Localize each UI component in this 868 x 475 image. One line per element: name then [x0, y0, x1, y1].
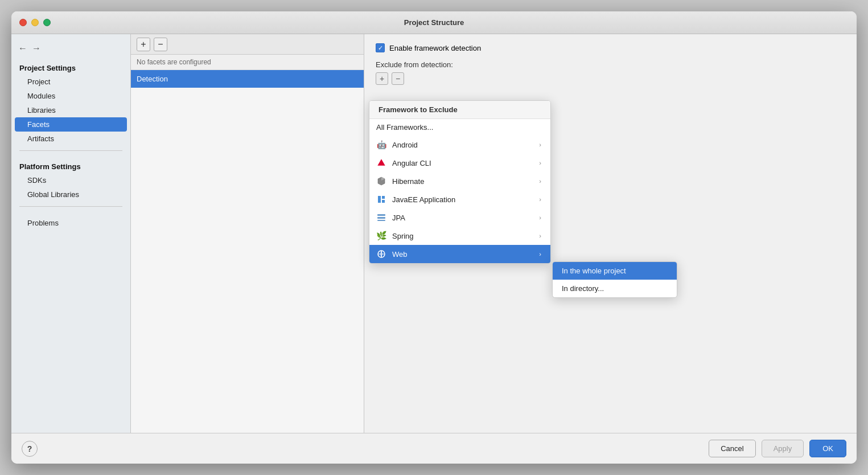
hibernate-icon: [376, 176, 386, 186]
bottom-bar: ? Cancel Apply OK: [11, 433, 857, 464]
back-button[interactable]: ←: [18, 43, 27, 54]
sidebar-item-libraries[interactable]: Libraries: [11, 103, 130, 117]
center-toolbar: + −: [131, 34, 364, 55]
spring-label: Spring: [392, 232, 414, 240]
sidebar-item-sdks[interactable]: SDKs: [11, 173, 130, 187]
window-title: Project Structure: [404, 18, 464, 27]
center-panel: + − No facets are configured Detection: [131, 34, 364, 433]
sidebar-item-project[interactable]: Project: [11, 75, 130, 89]
remove-facet-button[interactable]: −: [154, 38, 167, 51]
javaee-label: JavaEE Application: [392, 195, 455, 204]
dropdown-item-javaee[interactable]: JavaEE Application ›: [369, 190, 550, 208]
dropdown-item-android[interactable]: 🤖 Android ›: [369, 136, 550, 154]
no-facets-label: No facets are configured: [131, 55, 364, 70]
hibernate-chevron-icon: ›: [539, 178, 541, 185]
minimize-button[interactable]: [31, 19, 39, 26]
dropdown-header: Framework to Exclude: [369, 101, 550, 119]
sidebar-item-global-libraries[interactable]: Global Libraries: [11, 187, 130, 202]
traffic-lights: [19, 19, 51, 26]
sidebar-item-facets[interactable]: Facets: [15, 117, 127, 132]
sidebar-divider: [19, 150, 122, 151]
web-sub-dropdown: In the whole project In directory...: [552, 261, 677, 298]
svg-marker-0: [377, 159, 385, 165]
sidebar-item-artifacts[interactable]: Artifacts: [11, 132, 130, 146]
spring-chevron-icon: ›: [539, 232, 541, 239]
android-icon: 🤖: [376, 140, 386, 150]
add-facet-button[interactable]: +: [137, 38, 150, 51]
dropdown-item-hibernate[interactable]: Hibernate ›: [369, 172, 550, 190]
jpa-icon: [376, 212, 386, 223]
sidebar-item-problems[interactable]: Problems: [11, 216, 130, 230]
svg-rect-4: [382, 196, 385, 199]
sidebar-item-modules[interactable]: Modules: [11, 89, 130, 103]
main-window: Project Structure ← → Project Settings P…: [11, 11, 857, 464]
close-button[interactable]: [19, 19, 27, 26]
dropdown-item-all-frameworks[interactable]: All Frameworks...: [369, 119, 550, 136]
cancel-button[interactable]: Cancel: [709, 440, 755, 457]
all-frameworks-label: All Frameworks...: [376, 123, 433, 132]
hibernate-label: Hibernate: [392, 177, 424, 186]
exclude-label: Exclude from detection:: [376, 60, 845, 69]
project-settings-heading: Project Settings: [11, 60, 130, 75]
dropdown-item-spring[interactable]: 🌿 Spring ›: [369, 227, 550, 245]
dropdown-item-jpa[interactable]: JPA ›: [369, 208, 550, 227]
android-label: Android: [392, 141, 418, 149]
enable-detection-checkbox[interactable]: ✓: [376, 43, 385, 52]
forward-button[interactable]: →: [32, 43, 41, 54]
title-bar: Project Structure: [11, 11, 857, 34]
dropdown-item-angular[interactable]: Angular CLI ›: [369, 154, 550, 172]
main-content: ← → Project Settings Project Modules Lib…: [11, 34, 857, 433]
whole-project-item[interactable]: In the whole project: [553, 262, 677, 280]
web-icon: [376, 249, 386, 259]
bottom-buttons: Cancel Apply OK: [709, 440, 846, 457]
svg-rect-6: [377, 214, 385, 216]
sidebar-divider-2: [19, 206, 122, 207]
maximize-button[interactable]: [43, 19, 51, 26]
angular-label: Angular CLI: [392, 159, 431, 167]
angular-icon: [376, 158, 386, 168]
in-directory-item[interactable]: In directory...: [553, 280, 677, 297]
enable-detection-row: ✓ Enable framework detection: [376, 43, 845, 52]
dropdown-container: Framework to Exclude All Frameworks... 🤖…: [369, 100, 551, 264]
spring-icon: 🌿: [376, 231, 386, 241]
angular-chevron-icon: ›: [539, 159, 541, 166]
right-panel: ✓ Enable framework detection Exclude fro…: [364, 34, 857, 433]
enable-detection-label: Enable framework detection: [389, 44, 481, 52]
nav-arrows: ← →: [11, 40, 130, 60]
android-chevron-icon: ›: [539, 141, 541, 148]
remove-exclusion-button[interactable]: −: [392, 72, 404, 85]
platform-settings-heading: Platform Settings: [11, 159, 130, 173]
javaee-chevron-icon: ›: [539, 196, 541, 203]
jpa-label: JPA: [392, 214, 405, 222]
apply-button[interactable]: Apply: [762, 440, 804, 457]
svg-rect-8: [377, 220, 385, 221]
ok-button[interactable]: OK: [809, 440, 846, 457]
help-button[interactable]: ?: [22, 441, 38, 457]
svg-rect-7: [377, 217, 385, 219]
svg-rect-3: [378, 196, 381, 203]
right-sub-toolbar: + −: [376, 72, 845, 85]
sidebar: ← → Project Settings Project Modules Lib…: [11, 34, 131, 433]
framework-exclude-menu: Framework to Exclude All Frameworks... 🤖…: [369, 100, 551, 264]
web-label: Web: [392, 250, 408, 259]
web-chevron-icon: ›: [539, 251, 541, 257]
jpa-chevron-icon: ›: [539, 214, 541, 221]
add-exclusion-button[interactable]: +: [376, 72, 388, 85]
dropdown-item-web[interactable]: Web ›: [369, 245, 550, 263]
detection-list-item[interactable]: Detection: [131, 70, 364, 88]
javaee-icon: [376, 194, 386, 204]
svg-rect-5: [382, 200, 385, 203]
